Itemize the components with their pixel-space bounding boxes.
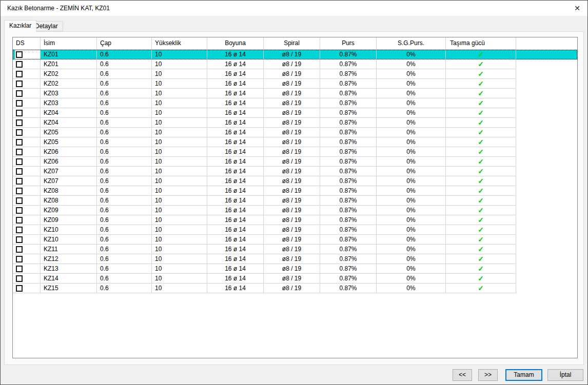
row-checkbox[interactable] [16, 236, 23, 243]
cell-spiral: ø8 / 19 [264, 128, 320, 137]
table-row[interactable]: KZ030.61016 ø 14ø8 / 190.87%0%✓ [13, 98, 577, 108]
row-checkbox[interactable] [16, 246, 23, 253]
cell-boyuna: 16 ø 14 [207, 128, 264, 137]
cell-spiral: ø8 / 19 [264, 225, 320, 235]
row-checkbox[interactable] [16, 119, 23, 126]
cell-boyuna: 16 ø 14 [207, 79, 264, 89]
table-row[interactable]: KZ070.61016 ø 14ø8 / 190.87%0%✓ [13, 176, 577, 186]
row-checkbox[interactable] [16, 207, 23, 214]
column-header-purs[interactable]: Purs [320, 37, 377, 50]
row-checkbox[interactable] [16, 168, 23, 175]
table-row[interactable]: KZ140.61016 ø 14ø8 / 190.87%0%✓ [13, 274, 577, 283]
row-checkbox[interactable] [16, 275, 23, 282]
cell-boyuna: 16 ø 14 [207, 147, 264, 157]
row-checkbox[interactable] [16, 100, 23, 107]
cell-ds [13, 118, 41, 128]
table-row[interactable]: KZ050.61016 ø 14ø8 / 190.87%0%✓ [13, 137, 577, 147]
cell-purs: 0.87% [320, 118, 377, 128]
table-row[interactable]: KZ130.61016 ø 14ø8 / 190.87%0%✓ [13, 264, 577, 274]
row-checkbox[interactable] [16, 51, 23, 58]
table-row[interactable]: KZ100.61016 ø 14ø8 / 190.87%0%✓ [13, 235, 577, 245]
row-checkbox[interactable] [16, 256, 23, 262]
table-row[interactable]: KZ080.61016 ø 14ø8 / 190.87%0%✓ [13, 196, 577, 206]
tab-kaziklar[interactable]: Kazıklar [4, 20, 36, 32]
table-row[interactable]: KZ050.61016 ø 14ø8 / 190.87%0%✓ [13, 128, 577, 137]
cell-sgpurs: 0% [377, 157, 446, 167]
row-checkbox[interactable] [16, 129, 23, 136]
table-row[interactable]: KZ040.61016 ø 14ø8 / 190.87%0%✓ [13, 108, 577, 118]
ok-button[interactable]: Tamam [505, 369, 542, 381]
table-row[interactable]: KZ010.61016 ø 14ø8 / 190.87%0%✓ [13, 59, 577, 69]
row-checkbox[interactable] [16, 80, 23, 87]
row-checkbox[interactable] [16, 285, 23, 292]
cell-boyuna: 16 ø 14 [207, 206, 264, 215]
table-row[interactable]: KZ020.61016 ø 14ø8 / 190.87%0%✓ [13, 79, 577, 89]
table-row[interactable]: KZ080.61016 ø 14ø8 / 190.87%0%✓ [13, 186, 577, 196]
cell-sgpurs: 0% [377, 283, 446, 293]
row-checkbox[interactable] [16, 227, 23, 233]
cell-boyuna: 16 ø 14 [207, 254, 264, 264]
row-checkbox[interactable] [16, 197, 23, 204]
close-icon[interactable]: ✕ [572, 4, 582, 13]
row-checkbox[interactable] [16, 188, 23, 194]
cell-purs: 0.87% [320, 50, 377, 59]
cell-sgpurs: 0% [377, 235, 446, 245]
cell-ds [13, 283, 41, 293]
table-row[interactable]: KZ030.61016 ø 14ø8 / 190.87%0%✓ [13, 89, 577, 98]
table-row[interactable]: KZ090.61016 ø 14ø8 / 190.87%0%✓ [13, 206, 577, 215]
cell-name: KZ12 [41, 254, 97, 264]
row-checkbox[interactable] [16, 71, 23, 77]
cell-sgpurs: 0% [377, 225, 446, 235]
cell-name: KZ02 [41, 69, 97, 79]
row-checkbox[interactable] [16, 149, 23, 155]
table-row[interactable]: KZ100.61016 ø 14ø8 / 190.87%0%✓ [13, 225, 577, 235]
cell-name: KZ15 [41, 283, 97, 293]
table-row[interactable]: KZ020.61016 ø 14ø8 / 190.87%0%✓ [13, 69, 577, 79]
cancel-button[interactable]: İptal [547, 369, 583, 381]
row-checkbox[interactable] [16, 139, 23, 146]
row-checkbox[interactable] [16, 217, 23, 224]
row-checkbox[interactable] [16, 61, 23, 68]
column-header-cap[interactable]: Çap [97, 37, 152, 50]
row-checkbox[interactable] [16, 266, 23, 272]
row-checkbox[interactable] [16, 110, 23, 116]
cell-cap: 0.6 [97, 225, 152, 235]
table-row[interactable]: KZ110.61016 ø 14ø8 / 190.87%0%✓ [13, 245, 577, 254]
cell-name: KZ10 [41, 225, 97, 235]
column-header-name[interactable]: İsim [41, 37, 97, 50]
check-icon: ✓ [446, 50, 516, 59]
table-row[interactable]: KZ060.61016 ø 14ø8 / 190.87%0%✓ [13, 157, 577, 167]
cell-spiral: ø8 / 19 [264, 118, 320, 128]
row-checkbox[interactable] [16, 158, 23, 165]
column-header-spiral[interactable]: Spiral [264, 37, 320, 50]
cell-tasima: ✓ [446, 118, 516, 128]
table-row[interactable]: KZ060.61016 ø 14ø8 / 190.87%0%✓ [13, 147, 577, 157]
table-row[interactable]: KZ090.61016 ø 14ø8 / 190.87%0%✓ [13, 215, 577, 225]
row-checkbox[interactable] [16, 90, 23, 97]
column-header-yukseklik[interactable]: Yükseklik [152, 37, 207, 50]
column-header-tasima[interactable]: Taşıma gücü [446, 37, 516, 50]
column-header-ds[interactable]: DS [13, 37, 41, 50]
cell-name: KZ03 [41, 89, 97, 98]
cell-boyuna: 16 ø 14 [207, 59, 264, 69]
table-row[interactable]: KZ040.61016 ø 14ø8 / 190.87%0%✓ [13, 118, 577, 128]
table-row[interactable]: KZ070.61016 ø 14ø8 / 190.87%0%✓ [13, 167, 577, 176]
row-checkbox[interactable] [16, 178, 23, 185]
table-row[interactable]: KZ010.61016 ø 14ø8 / 190.87%0%✓ [13, 50, 577, 59]
cell-purs: 0.87% [320, 283, 377, 293]
cell-spiral: ø8 / 19 [264, 176, 320, 186]
column-header-boyuna[interactable]: Boyuna [207, 37, 264, 50]
cell-cap: 0.6 [97, 167, 152, 176]
cell-name: KZ02 [41, 79, 97, 89]
next-button[interactable]: >> [478, 369, 498, 381]
cell-ds [13, 186, 41, 196]
table-row[interactable]: KZ120.61016 ø 14ø8 / 190.87%0%✓ [13, 254, 577, 264]
cell-boyuna: 16 ø 14 [207, 264, 264, 274]
table-row[interactable]: KZ150.61016 ø 14ø8 / 190.87%0%✓ [13, 283, 577, 293]
cell-purs: 0.87% [320, 137, 377, 147]
cell-sgpurs: 0% [377, 206, 446, 215]
cell-ds [13, 50, 41, 59]
previous-button[interactable]: << [453, 369, 472, 381]
cell-tasima: ✓ [446, 283, 516, 293]
column-header-sgpurs[interactable]: S.G.Purs. [377, 37, 446, 50]
